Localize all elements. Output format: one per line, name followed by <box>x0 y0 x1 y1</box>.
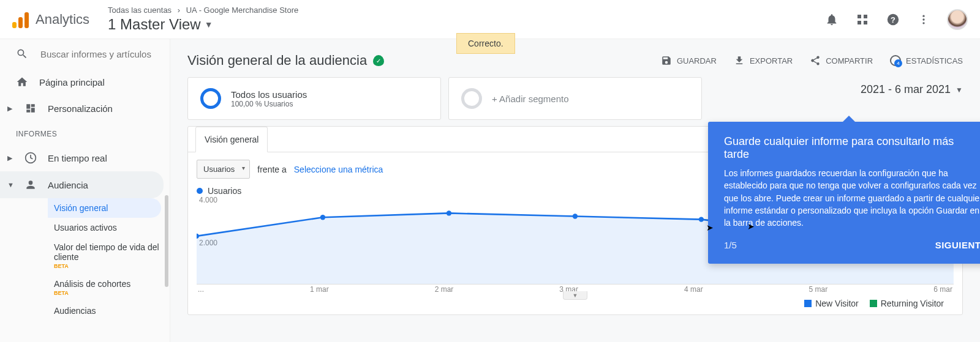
nav-home[interactable]: Página principal <box>0 69 170 95</box>
ga-logo: Analytics <box>12 11 89 28</box>
toast-correct: Correcto. <box>456 33 515 54</box>
dashboard-icon <box>24 103 37 114</box>
sub-active-users[interactable]: Usuarios activos <box>48 218 170 237</box>
tab-overview[interactable]: Visión general <box>195 127 268 152</box>
tooltip-body: Los informes guardados recuerdan la conf… <box>724 167 980 229</box>
home-icon <box>16 76 28 88</box>
segment-name: Todos los usuarios <box>231 89 307 100</box>
x-tick: 5 mar <box>809 285 828 294</box>
analytics-icon <box>12 11 29 28</box>
sub-overview[interactable]: Visión general <box>48 198 161 218</box>
nav-label: Personalización <box>48 103 113 114</box>
export-button[interactable]: EXPORTAR <box>734 55 793 66</box>
crumb-account: UA - Google Merchandise Store <box>186 6 299 15</box>
svg-point-8 <box>573 214 578 218</box>
product-name: Analytics <box>36 12 89 28</box>
vs-label: frente a <box>257 165 286 174</box>
download-icon <box>734 55 745 66</box>
nav-audience[interactable]: ▼ Audiencia <box>0 171 164 198</box>
add-segment[interactable]: + Añadir segmento <box>448 77 702 120</box>
x-tick: ... <box>198 285 204 294</box>
sidebar: Página principal ▶ Personalización INFOR… <box>0 39 170 342</box>
stats-button[interactable]: 4 ESTADÍSTICAS <box>890 55 963 66</box>
chevron-right-icon: ▶ <box>7 154 13 162</box>
avatar[interactable] <box>947 9 968 30</box>
select-metric-link[interactable]: Seleccione una métrica <box>294 165 383 174</box>
sub-audiences[interactable]: Audiencias <box>48 301 170 321</box>
view-name: 1 Master View <box>108 16 201 33</box>
svg-point-3 <box>922 18 924 20</box>
svg-point-7 <box>447 210 451 215</box>
x-tick: 6 mar <box>933 285 952 294</box>
svg-point-9 <box>699 217 704 221</box>
scrollbar[interactable] <box>165 195 168 287</box>
legend-returning-visitor: Returning Visitor <box>870 299 944 308</box>
date-range-picker[interactable]: 2021 - 6 mar 2021 ▼ <box>861 83 963 96</box>
segment-all-users[interactable]: Todos los usuarios 100,00 % Usuarios <box>187 77 441 120</box>
chevron-down-icon: ▼ <box>7 181 13 188</box>
tooltip-step: 1/5 <box>724 240 737 250</box>
content-area: Visión general de la audiencia ✓ GUARDAR… <box>170 39 980 342</box>
clock-icon <box>24 152 37 164</box>
metric-select[interactable]: Usuarios <box>197 160 250 179</box>
nav-label: Audiencia <box>48 180 88 190</box>
save-button[interactable]: GUARDAR <box>661 55 717 66</box>
beta-badge: BETA <box>54 290 164 296</box>
apps-icon[interactable] <box>855 12 870 27</box>
page-title: Visión general de la audiencia ✓ <box>187 53 384 69</box>
segment-circle-icon <box>461 88 482 109</box>
notifications-icon[interactable] <box>824 12 839 27</box>
stats-count: 4 <box>894 59 902 67</box>
verified-icon: ✓ <box>373 55 384 66</box>
svg-text:?: ? <box>891 15 895 24</box>
x-tick: 1 mar <box>310 285 329 294</box>
nav-label: Página principal <box>39 77 105 87</box>
segment-pct: 100,00 % Usuarios <box>231 100 307 108</box>
beta-badge: BETA <box>54 263 164 269</box>
svg-point-4 <box>922 22 924 24</box>
svg-point-2 <box>922 15 924 17</box>
breadcrumb: Todas las cuentas UA - Google Merchandis… <box>108 6 298 15</box>
cursor-icon: ➤ <box>747 221 755 231</box>
help-icon[interactable]: ? <box>886 12 900 27</box>
person-icon <box>24 179 37 191</box>
chevron-down-icon: ▼ <box>956 86 963 94</box>
x-tick: 2 mar <box>435 285 454 294</box>
nav-customization[interactable]: ▶ Personalización <box>0 95 170 121</box>
add-segment-label: + Añadir segmento <box>492 94 569 104</box>
insights-icon: 4 <box>890 55 901 66</box>
account-selector[interactable]: Todas las cuentas UA - Google Merchandis… <box>108 6 298 33</box>
search-input[interactable] <box>40 49 159 59</box>
chart-legend: Usuarios <box>208 186 241 196</box>
nav-label: En tiempo real <box>48 153 107 163</box>
onboarding-tooltip: ✕ Guarde cualquier informe para consulta… <box>708 122 980 264</box>
expand-chart-icon[interactable]: ▼ <box>563 291 587 300</box>
search-icon <box>16 48 28 60</box>
share-icon <box>810 55 821 66</box>
sub-ltv[interactable]: Valor del tiempo de vida del cliente BET… <box>48 237 170 274</box>
legend-new-visitor: New Visitor <box>804 299 859 308</box>
segment-circle-icon <box>200 88 221 109</box>
legend-dot <box>197 188 203 194</box>
nav-realtime[interactable]: ▶ En tiempo real <box>0 144 170 171</box>
share-button[interactable]: COMPARTIR <box>810 55 873 66</box>
x-tick: 4 mar <box>684 285 703 294</box>
save-icon <box>661 55 672 66</box>
sub-cohort[interactable]: Análisis de cohortes BETA <box>48 274 170 301</box>
crumb-all: Todas las cuentas <box>108 6 172 15</box>
chevron-right-icon: ▶ <box>7 105 13 113</box>
next-button[interactable]: SIGUIENTE <box>935 240 980 250</box>
chevron-down-icon: ▼ <box>205 20 213 29</box>
section-reports: INFORMES <box>0 121 170 144</box>
svg-point-6 <box>320 215 325 220</box>
more-icon[interactable] <box>916 12 931 27</box>
cursor-icon: ➤ <box>706 223 714 232</box>
tooltip-title: Guarde cualquier informe para consultarl… <box>724 135 980 161</box>
